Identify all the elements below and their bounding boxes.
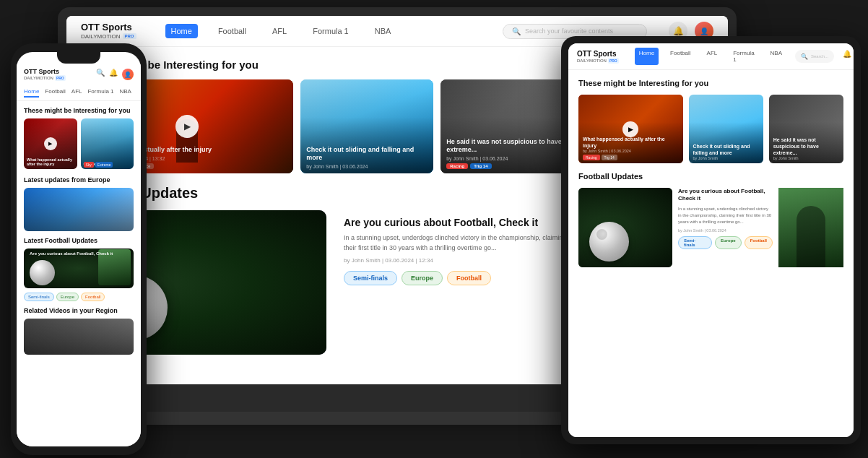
card-meta: by John Smith | 03.06.2024 xyxy=(306,164,428,169)
tablet-search-bar[interactable]: 🔍 Search... xyxy=(795,50,834,63)
tag: Racing xyxy=(583,155,600,160)
phone-tag-semifinals[interactable]: Semi-finals xyxy=(24,293,54,301)
card-title: Check it out sliding and falling and mor… xyxy=(306,146,428,163)
tag: Sky xyxy=(84,162,94,168)
hero-card-2[interactable]: Check it out sliding and falling and mor… xyxy=(300,79,433,173)
tablet-bell-icon[interactable]: 🔔 xyxy=(843,50,851,63)
tablet-screen: OTT Sports DAILYMOTION PRO Home Football… xyxy=(568,43,854,437)
tablet-main-content: These might be Interesting for you ▶ Wha… xyxy=(568,70,854,437)
phone-hero-card-1[interactable]: ▶ What happened actually after the injur… xyxy=(24,118,77,169)
card-title: What happened actually after the injury xyxy=(27,157,74,167)
football-article: Are you curious about Football, Check it… xyxy=(338,210,586,355)
tablet-hero-cards: ▶ What happensed actually after the inju… xyxy=(578,95,843,163)
phone-nav-nba[interactable]: NBA xyxy=(120,87,131,98)
tablet-hero-title: These might be Interesting for you xyxy=(578,79,843,87)
tablet-navbar: OTT Sports DAILYMOTION PRO Home Football… xyxy=(568,43,854,70)
phone-hero-card-2[interactable]: Check it out Sky Extreme xyxy=(81,118,134,169)
tablet-nav-icons: 🔔 👤 xyxy=(843,50,854,63)
phone-header: OTT Sports DAILYMOTION PRO 🔍 🔔 👤 xyxy=(17,64,141,84)
tablet-football-content: Are you curious about Football, Check it… xyxy=(678,188,773,267)
tablet-football-title: Football Updates xyxy=(578,172,843,181)
phone-device: OTT Sports DAILYMOTION PRO 🔍 🔔 👤 Home Fo… xyxy=(11,43,147,455)
tablet-football-big-img[interactable] xyxy=(578,188,672,267)
phone-europe-title: Latest updates from Europe xyxy=(24,176,134,183)
tablet-football-tags: Semi-finals Europe Football xyxy=(678,236,773,249)
phone-app: OTT Sports DAILYMOTION PRO 🔍 🔔 👤 Home Fo… xyxy=(17,52,141,446)
nav-formula1[interactable]: Formula 1 xyxy=(307,24,355,38)
card-meta: by John Smith | 03.06.2024 xyxy=(446,156,568,161)
football-article-desc: In a stunning upset, underdogs clinched … xyxy=(344,233,581,253)
phone-tag-europe[interactable]: Europe xyxy=(56,293,79,301)
tablet-nav-football[interactable]: Football xyxy=(666,48,695,65)
tablet-tag-semifinals[interactable]: Semi-finals xyxy=(678,236,712,249)
search-icon: 🔍 xyxy=(801,53,808,60)
phone-hero-title: These might be Interesting for you xyxy=(24,107,134,114)
tablet-footballer-img xyxy=(778,188,843,267)
tag-racing: Racing xyxy=(446,163,468,169)
nav-nba[interactable]: NBA xyxy=(369,24,397,38)
desktop-nav-links: Home Football AFL Formula 1 NBA xyxy=(165,24,397,38)
phone-nav-home[interactable]: Home xyxy=(24,87,39,98)
play-button[interactable]: ▶ xyxy=(175,115,199,138)
tablet-card-2[interactable]: Check it out sliding and falling and mor… xyxy=(689,95,763,163)
nav-afl[interactable]: AFL xyxy=(266,24,292,38)
card-title: He said it was not suspicious to have ex… xyxy=(446,138,568,155)
card-info: Check it out sliding and falling and mor… xyxy=(300,142,433,173)
ball-icon xyxy=(589,222,629,262)
tablet-card-info: What happensed actually after the injury… xyxy=(578,133,683,163)
phone-related-title: Related Videos in your Region xyxy=(24,307,134,314)
tablet-app: OTT Sports DAILYMOTION PRO Home Football… xyxy=(568,43,854,437)
tag: Extreme xyxy=(95,162,113,168)
phone-icons: 🔍 🔔 👤 xyxy=(96,69,134,80)
tag: Trg 14 xyxy=(602,155,617,160)
hero-card-3[interactable]: He said it was not suspicious to have ex… xyxy=(440,79,573,173)
phone-football-title: Latest Football Updates xyxy=(24,237,134,244)
card-info: He said it was not suspicious to have ex… xyxy=(440,134,573,173)
football-article-meta: by John Smith | 03.06.2024 | 12:34 xyxy=(344,257,581,264)
play-icon[interactable]: ▶ xyxy=(44,137,57,150)
card-tags: Sky Extreme xyxy=(84,162,113,168)
phone-bell-icon[interactable]: 🔔 xyxy=(109,69,118,80)
phone-avatar[interactable]: 👤 xyxy=(122,69,134,80)
tablet-card-1[interactable]: ▶ What happensed actually after the inju… xyxy=(578,95,683,163)
phone-football-tags: Semi-finals Europe Football xyxy=(24,293,134,301)
phone-logo: OTT Sports DAILYMOTION PRO xyxy=(24,68,66,81)
tablet-tag-football[interactable]: Football xyxy=(745,236,773,249)
ball-icon xyxy=(30,260,55,285)
phone-nav: Home Football AFL Formula 1 NBA xyxy=(17,84,141,101)
football-article-title: Are you curious about Football, Check it xyxy=(344,216,581,229)
phone-search-icon[interactable]: 🔍 xyxy=(96,69,105,80)
phone-nav-afl[interactable]: AFL xyxy=(71,87,82,98)
related-card[interactable] xyxy=(24,319,134,355)
tag-europe[interactable]: Europe xyxy=(402,271,443,285)
tablet-nav-formula1[interactable]: Formula 1 xyxy=(729,48,758,65)
tablet-football-grid: Are you curious about Football, Check it… xyxy=(578,188,843,267)
tag-football[interactable]: Football xyxy=(447,271,491,285)
tag-trig: Trig 14 xyxy=(470,163,491,169)
tablet-nav-links: Home Football AFL Formula 1 NBA xyxy=(635,48,786,65)
football-tags-row: Semi-finals Europe Football xyxy=(344,271,581,285)
phone-football-card[interactable]: Are you curious about Football, Check it xyxy=(24,249,134,288)
tablet-logo: OTT Sports DAILYMOTION PRO xyxy=(577,50,619,64)
tablet-card-3[interactable]: He said it was not suspicious to have ex… xyxy=(769,95,843,163)
phone-content: These might be Interesting for you ▶ Wha… xyxy=(17,101,141,446)
nav-home[interactable]: Home xyxy=(165,24,198,38)
search-icon: 🔍 xyxy=(512,27,521,35)
phone-nav-formula1[interactable]: Formula 1 xyxy=(87,87,113,98)
phone-hero-cards: ▶ What happened actually after the injur… xyxy=(24,118,134,169)
football-card-title: Are you curious about Football, Check it xyxy=(30,251,131,257)
phone-notch xyxy=(57,52,100,64)
tablet-nav-nba[interactable]: NBA xyxy=(766,48,786,65)
europe-card[interactable] xyxy=(24,188,134,231)
phone-nav-football[interactable]: Football xyxy=(45,87,65,98)
tablet-tag-europe[interactable]: Europe xyxy=(715,236,742,249)
desktop-logo: OTT Sports DAILYMOTION PRO xyxy=(81,22,136,39)
phone-screen: OTT Sports DAILYMOTION PRO 🔍 🔔 👤 Home Fo… xyxy=(17,52,141,446)
tag-semifinals[interactable]: Semi-finals xyxy=(344,271,397,285)
phone-tag-football[interactable]: Football xyxy=(81,293,105,301)
tablet-nav-home[interactable]: Home xyxy=(635,48,659,65)
nav-football[interactable]: Football xyxy=(212,24,252,38)
tablet-nav-afl[interactable]: AFL xyxy=(703,48,722,65)
tablet-device: OTT Sports DAILYMOTION PRO Home Football… xyxy=(561,36,861,444)
card-tags: Racing Trig 14 xyxy=(446,163,568,169)
